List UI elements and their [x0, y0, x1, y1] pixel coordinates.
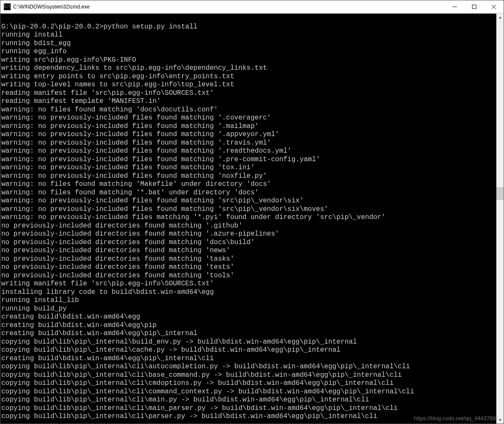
window-controls — [445, 0, 504, 13]
scroll-thumb[interactable] — [496, 187, 504, 200]
window-title: C:\WINDOWS\system32\cmd.exe — [13, 4, 445, 10]
maximize-button[interactable] — [464, 0, 484, 13]
svg-marker-4 — [498, 16, 501, 18]
close-button[interactable] — [484, 0, 504, 13]
svg-marker-5 — [498, 419, 501, 421]
svg-rect-1 — [472, 5, 476, 9]
minimize-button[interactable] — [445, 0, 464, 13]
scroll-up-button[interactable] — [496, 14, 504, 21]
cmd-icon: C:\ — [4, 3, 11, 10]
content-area: G:\pip-20.0.2\pip-20.0.2>python setup.py… — [0, 14, 504, 424]
terminal-output[interactable]: G:\pip-20.0.2\pip-20.0.2>python setup.py… — [0, 14, 496, 424]
window-titlebar: C:\ C:\WINDOWS\system32\cmd.exe — [0, 0, 504, 14]
scroll-track[interactable] — [496, 21, 504, 416]
scroll-down-button[interactable] — [496, 416, 504, 424]
vertical-scrollbar[interactable] — [496, 14, 504, 424]
